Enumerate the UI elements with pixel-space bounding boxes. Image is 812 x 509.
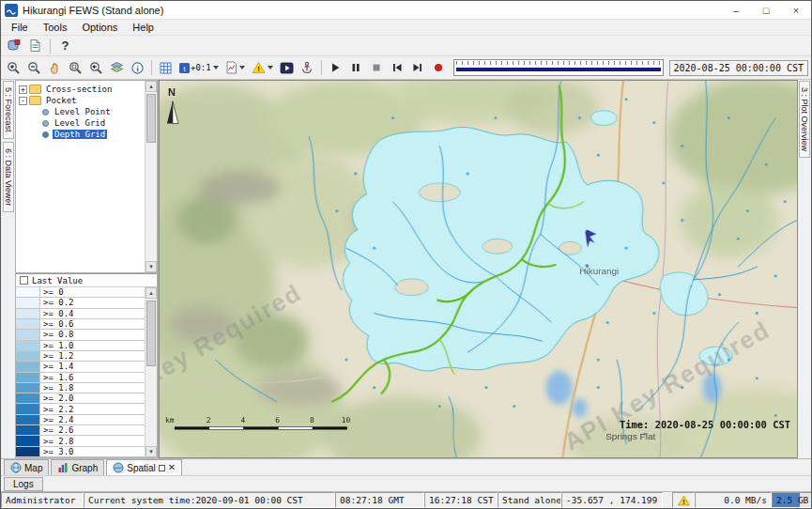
step-forward-button[interactable]: [408, 58, 428, 77]
dock-tab-forecast[interactable]: 5 : Forecast: [3, 81, 14, 139]
document-icon[interactable]: [25, 37, 45, 55]
map-viewport[interactable]: API Key Required API Key Required Hikura…: [159, 80, 798, 458]
time-step-dropdown[interactable]: t +0:1: [176, 58, 222, 77]
legend-header: Last Value: [16, 274, 157, 287]
left-dock-strip: 5 : Forecast 6 : Data Viewer: [1, 80, 15, 458]
menu-file[interactable]: File: [4, 21, 36, 34]
last-value-checkbox[interactable]: [20, 276, 28, 285]
tab-map-label: Map: [24, 463, 42, 473]
legend-row[interactable]: >= 1.8: [16, 383, 145, 393]
tree-item-depth-grid[interactable]: Depth Grid: [40, 129, 145, 140]
profile-display-dropdown[interactable]: [222, 58, 248, 77]
play-button[interactable]: [326, 58, 345, 77]
bottom-tab-bar: Map Graph Spatial ✕: [1, 458, 811, 475]
legend-row[interactable]: >= 1.2: [16, 351, 145, 362]
legend-color-swatch: [16, 362, 40, 371]
status-local-time: 16:27:18 CST: [424, 492, 498, 508]
legend-row[interactable]: >= 2.2: [16, 404, 145, 414]
float-window-icon[interactable]: [159, 465, 165, 471]
legend-row[interactable]: >= 0.2: [16, 298, 145, 308]
tree-scrollbar[interactable]: ▲ ▼: [145, 81, 157, 272]
layer-node-icon: [42, 109, 49, 116]
timeline-track: [456, 68, 661, 71]
legend-scrollbar[interactable]: ▲ ▼: [145, 287, 157, 457]
close-button[interactable]: ×: [781, 1, 811, 19]
legend-color-swatch: [16, 319, 40, 329]
legend-color-swatch: [16, 298, 40, 307]
tab-map[interactable]: Map: [4, 459, 49, 475]
help-icon[interactable]: ?: [55, 37, 75, 55]
legend-row[interactable]: >= 1.4: [16, 362, 145, 372]
timeline-slider[interactable]: [453, 59, 664, 76]
legend-row[interactable]: >= 0.8: [16, 330, 145, 340]
legend-row[interactable]: >= 2.0: [16, 393, 145, 404]
dock-tab-plot-overview[interactable]: 3 : Plot Overview: [799, 81, 810, 158]
legend-color-swatch: [16, 287, 40, 297]
logs-button[interactable]: Logs: [4, 477, 43, 491]
legend-row[interactable]: >= 2.6: [16, 425, 145, 436]
tab-spatial[interactable]: Spatial ✕: [106, 459, 182, 475]
save-animation-icon[interactable]: [298, 58, 317, 77]
record-button[interactable]: [429, 58, 449, 77]
menu-tools[interactable]: Tools: [36, 21, 75, 34]
grid-display-icon[interactable]: [156, 58, 176, 77]
dock-tab-data-viewer[interactable]: 6 : Data Viewer: [3, 142, 14, 212]
legend-row[interactable]: >= 2.8: [16, 436, 145, 446]
zoom-out-icon[interactable]: [24, 58, 44, 77]
info-icon[interactable]: i: [128, 58, 147, 77]
legend-row[interactable]: >= 0: [16, 287, 145, 298]
svg-text:10: 10: [342, 416, 351, 424]
zoom-in-icon[interactable]: [4, 58, 23, 77]
chevron-down-icon: [268, 66, 273, 69]
maximize-button[interactable]: □: [751, 1, 781, 19]
scroll-thumb[interactable]: [146, 301, 156, 366]
menu-help[interactable]: Help: [125, 21, 161, 34]
menu-bar: File Tools Options Help: [1, 20, 811, 36]
tab-graph[interactable]: Graph: [51, 459, 104, 475]
app-icon[interactable]: [5, 4, 18, 17]
scroll-down-icon[interactable]: ▼: [146, 446, 157, 457]
thresholds-warning-dropdown[interactable]: !: [249, 58, 276, 77]
app-window: Hikurangi FEWS (Stand alone) – □ × File …: [0, 0, 812, 509]
step-backward-button[interactable]: [388, 58, 407, 77]
map-canvas[interactable]: API Key Required API Key Required Hikura…: [160, 81, 797, 457]
legend-value-label: >= 1.6: [40, 373, 145, 382]
expand-icon[interactable]: +: [19, 85, 27, 94]
scroll-up-icon[interactable]: ▲: [146, 287, 157, 299]
status-warning-cell[interactable]: !: [672, 492, 695, 508]
tree-item-level-grid[interactable]: Level Grid: [40, 117, 145, 129]
timeline-ticks: [456, 61, 661, 65]
scroll-up-icon[interactable]: ▲: [146, 81, 157, 92]
database-icon[interactable]: [4, 37, 23, 55]
legend-row[interactable]: >= 3.0: [16, 447, 145, 457]
tree-item-pocket[interactable]: - Pocket: [16, 95, 145, 106]
legend-row[interactable]: >= 1.0: [16, 341, 145, 351]
movie-export-icon[interactable]: [277, 58, 297, 77]
legend-row[interactable]: >= 0.4: [16, 309, 145, 319]
legend-row[interactable]: >= 0.6: [16, 319, 145, 330]
pause-button[interactable]: [346, 58, 366, 77]
minimize-button[interactable]: –: [721, 1, 751, 19]
scroll-thumb[interactable]: [146, 94, 156, 143]
legend-value-label: >= 1.4: [40, 362, 145, 371]
close-tab-icon[interactable]: ✕: [168, 463, 176, 472]
svg-text:!: !: [682, 497, 685, 505]
zoom-previous-icon[interactable]: [86, 58, 106, 77]
pan-icon[interactable]: [45, 58, 65, 77]
legend-row[interactable]: >= 1.6: [16, 373, 145, 383]
legend-row[interactable]: >= 2.4: [16, 415, 145, 425]
tree-item-level-point[interactable]: Level Point: [40, 106, 145, 117]
collapse-icon[interactable]: -: [19, 97, 27, 105]
svg-text:4: 4: [240, 416, 245, 424]
legend-value-label: >= 0.6: [40, 319, 145, 329]
tree-item-cross-section[interactable]: + Cross-section: [16, 84, 145, 95]
menu-options[interactable]: Options: [74, 21, 125, 34]
legend-color-swatch: [16, 373, 40, 382]
scroll-down-icon[interactable]: ▼: [146, 261, 157, 272]
stop-button[interactable]: [367, 58, 387, 77]
zoom-extent-icon[interactable]: [66, 58, 85, 77]
legend-value-label: >= 0.2: [40, 298, 145, 307]
legend-value-label: >= 2.0: [40, 393, 145, 403]
svg-text:N: N: [168, 86, 176, 98]
layers-icon[interactable]: [107, 58, 127, 77]
